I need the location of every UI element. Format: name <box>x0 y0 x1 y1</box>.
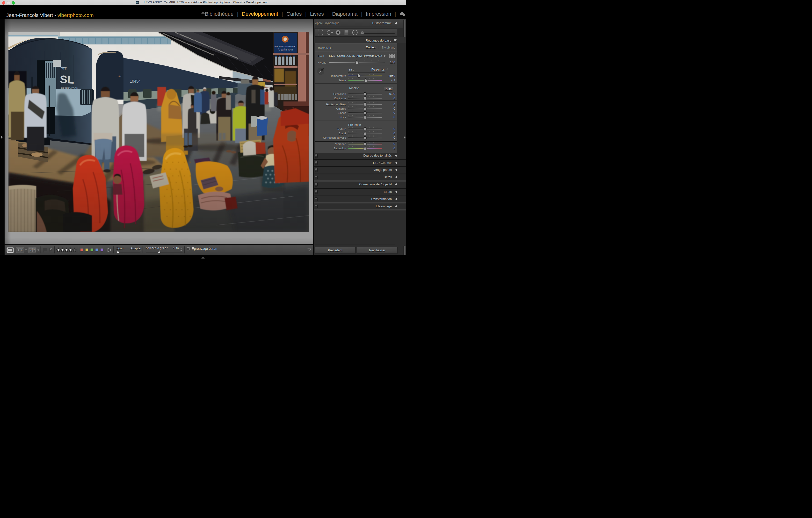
svg-text:A: A <box>21 249 23 252</box>
svg-text:Y: Y <box>30 249 31 252</box>
svg-text:Y: Y <box>33 249 34 252</box>
svg-text:R: R <box>18 249 19 252</box>
svg-text:!: ! <box>404 14 404 16</box>
